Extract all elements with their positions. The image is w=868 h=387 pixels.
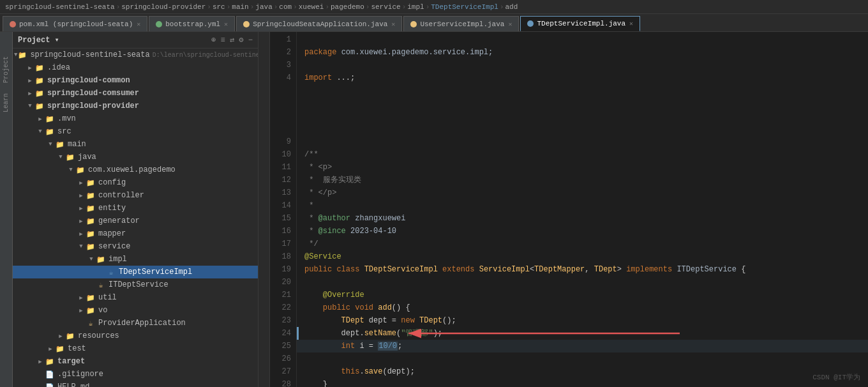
code-line-18: public class TDeptServiceImpl extends Se… <box>304 265 745 274</box>
tab-icon-user <box>410 21 417 27</box>
tree-helpmd[interactable]: 📄 HELP.md <box>13 381 258 387</box>
code-line-23: dept.setName("管理部"); <box>304 329 442 338</box>
tree-config[interactable]: ▶ 📁 config <box>13 176 258 189</box>
code-wrapper: package com.xuewei.pagedemo.service.impl… <box>297 32 868 387</box>
folder-icon-common: 📁 <box>34 75 45 86</box>
code-editor[interactable]: 1 2 3 4 9 10 11 12 13 14 15 16 17 18 19 … <box>258 32 868 387</box>
file-icon-itdept: ☕ <box>96 280 106 290</box>
tree-arrow-controller: ▶ <box>77 192 86 199</box>
folder-icon-idea: 📁 <box>34 63 45 73</box>
tab-close-user[interactable]: ✕ <box>508 20 512 28</box>
code-line-25: this.save(dept); <box>304 367 415 376</box>
tab-label-tdept: TDeptServiceImpl.java <box>537 20 625 27</box>
tree-root[interactable]: ▼ 📁 springcloud-sentinel-seata D:\learn\… <box>13 49 258 61</box>
tab-close-pom[interactable]: ✕ <box>137 20 140 28</box>
tree-arrow-common: ▶ <box>26 77 34 84</box>
tree-generator[interactable]: ▶ 📁 generator <box>13 215 258 227</box>
file-tree: Project ▾ ⊕ ≡ ⇄ ⚙ − ▼ 📁 springcloud-sent… <box>13 32 258 387</box>
tree-resources[interactable]: ▶ 📁 resources <box>13 330 258 342</box>
folder-icon-service: 📁 <box>86 241 96 252</box>
code-line-11: * 服务实现类 <box>304 176 361 185</box>
tree-arrow-src: ▼ <box>36 128 45 135</box>
folder-icon-mvn: 📁 <box>45 114 55 124</box>
sidebar-actions: ⊕ ≡ ⇄ ⚙ − <box>211 35 253 45</box>
tab-tdept[interactable]: TDeptServiceImpl.java ✕ <box>520 16 640 31</box>
tab-app[interactable]: SpringcloudSeataApplication.java ✕ <box>236 16 402 31</box>
tree-idea[interactable]: ▶ 📁 .idea <box>13 61 258 74</box>
tree-arrow-comsumer: ▶ <box>26 90 34 97</box>
main-area: Project Learn Project ▾ ⊕ ≡ ⇄ ⚙ − ▼ 📁 sp… <box>0 32 868 387</box>
tab-close-app[interactable]: ✕ <box>391 20 395 28</box>
tree-arrow-vo: ▶ <box>77 307 86 314</box>
code-line-5 <box>304 99 309 108</box>
code-content[interactable]: package com.xuewei.pagedemo.service.impl… <box>297 32 868 387</box>
tree-entity[interactable]: ▶ 📁 entity <box>13 202 258 215</box>
tab-icon-tdept <box>527 20 534 27</box>
code-line-17: @Service <box>304 252 341 261</box>
breadcrumb-text: springcloud-sentinel-seata <box>5 3 115 11</box>
tree-service[interactable]: ▼ 📁 service <box>13 240 258 253</box>
tree-src[interactable]: ▼ 📁 src <box>13 125 258 138</box>
left-tab-learn[interactable]: Learn <box>1 88 11 118</box>
tree-java[interactable]: ▼ 📁 java <box>13 151 258 163</box>
file-icon-provider-app: ☕ <box>86 318 96 328</box>
tab-icon-pom <box>10 21 16 27</box>
code-line-19 <box>304 278 309 287</box>
tree-arrow-test: ▶ <box>46 345 55 353</box>
file-icon-gitignore: 📄 <box>45 369 55 379</box>
tab-icon-app <box>243 21 250 27</box>
left-tab-project[interactable]: Project <box>1 51 11 88</box>
tree-common[interactable]: ▶ 📁 springcloud-common <box>13 74 258 87</box>
tree-mapper[interactable]: ▶ 📁 mapper <box>13 227 258 240</box>
tree-util[interactable]: ▶ 📁 util <box>13 291 258 304</box>
tab-close-bootstrap[interactable]: ✕ <box>224 20 228 28</box>
folder-icon-main: 📁 <box>55 139 65 149</box>
tab-bootstrap[interactable]: bootstrap.yml ✕ <box>149 16 235 31</box>
code-area: 1 2 3 4 9 10 11 12 13 14 15 16 17 18 19 … <box>258 32 868 387</box>
tab-pom[interactable]: pom.xml (springcloud-seata) ✕ <box>3 16 147 31</box>
code-line-7 <box>304 125 309 133</box>
code-line-21: public void add() { <box>304 303 410 312</box>
tree-provider[interactable]: ▼ 📁 springcloud-provider <box>13 100 258 112</box>
folder-icon-entity: 📁 <box>86 203 96 213</box>
tree-vo[interactable]: ▶ 📁 vo <box>13 304 258 317</box>
tree-test[interactable]: ▶ 📁 test <box>13 342 258 355</box>
folder-icon-test: 📁 <box>55 344 65 354</box>
code-line-12: * </p> <box>304 188 336 197</box>
tree-provider-app[interactable]: ☕ ProviderApplication <box>13 317 258 330</box>
folder-icon-java: 📁 <box>65 152 75 162</box>
tab-close-tdept[interactable]: ✕ <box>629 20 633 27</box>
sidebar-header: Project ▾ ⊕ ≡ ⇄ ⚙ − <box>13 32 258 49</box>
tree-main[interactable]: ▼ 📁 main <box>13 138 258 151</box>
tree-tdept-impl[interactable]: ☕ TDeptServiceImpl <box>13 266 258 278</box>
file-icon-tdept: ☕ <box>106 267 116 277</box>
tree-arrow-resources: ▶ <box>56 333 65 340</box>
tree-gitignore[interactable]: 📄 .gitignore <box>13 368 258 381</box>
folder-icon-comsumer: 📁 <box>34 88 45 98</box>
code-line-9: /** <box>304 150 318 159</box>
tab-user[interactable]: UserServiceImpl.java ✕ <box>403 16 519 31</box>
left-tab-strip: Project Learn <box>0 32 13 387</box>
breadcrumb-bar: springcloud-sentinel-seata › springcloud… <box>0 0 868 14</box>
tree-pagedemo[interactable]: ▼ 📁 com.xuewei.pagedemo <box>13 163 258 176</box>
sidebar-title: Project ▾ <box>18 35 211 45</box>
tree-arrow-provider: ▼ <box>26 103 34 109</box>
tree-arrow-util: ▶ <box>77 294 86 301</box>
tab-label-user: UserServiceImpl.java <box>420 20 504 28</box>
tree-impl[interactable]: ▼ 📁 impl <box>13 253 258 266</box>
code-line-15: * @since 2023-04-10 <box>304 227 396 236</box>
tree-itdept[interactable]: ☕ ITDeptService <box>13 278 258 291</box>
tree-arrow-main: ▼ <box>46 141 55 148</box>
code-line-20: @Override <box>304 291 364 300</box>
code-line-8 <box>304 137 309 146</box>
tree-controller[interactable]: ▶ 📁 controller <box>13 189 258 202</box>
tree-arrow-config: ▶ <box>77 179 86 186</box>
tree-arrow-pagedemo: ▼ <box>66 167 75 173</box>
folder-icon-generator: 📁 <box>86 216 96 226</box>
tree-mvn[interactable]: ▶ 📁 .mvn <box>13 112 258 125</box>
code-line-14: * @author zhangxuewei <box>304 214 405 223</box>
tree-target[interactable]: ▶ 📁 target <box>13 355 258 368</box>
code-line-26: } <box>304 380 327 387</box>
tree-arrow-mvn: ▶ <box>36 116 45 123</box>
tree-comsumer[interactable]: ▶ 📁 springcloud-comsumer <box>13 87 258 100</box>
